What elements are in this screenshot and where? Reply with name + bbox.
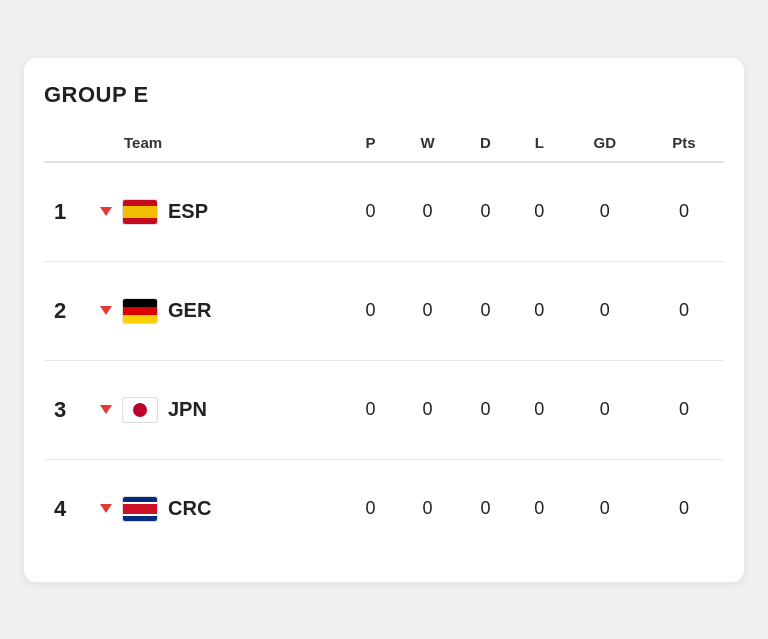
pts-cell: 0 <box>644 261 724 360</box>
l-cell: 0 <box>513 162 566 262</box>
gd-cell: 0 <box>566 261 644 360</box>
flag-esp <box>122 199 158 225</box>
w-cell: 0 <box>397 459 458 558</box>
w-cell: 0 <box>397 261 458 360</box>
rank-cell: 1 <box>44 162 84 262</box>
trend-down-icon <box>100 207 112 216</box>
rank-cell: 4 <box>44 459 84 558</box>
rank-header <box>44 124 84 162</box>
team-info: ESP <box>92 181 336 243</box>
d-cell: 0 <box>458 459 513 558</box>
table-row: 1 ESP 0 0 0 0 0 0 <box>44 162 724 262</box>
l-cell: 0 <box>513 360 566 459</box>
gd-cell: 0 <box>566 360 644 459</box>
p-cell: 0 <box>344 459 397 558</box>
team-cell-td[interactable]: CRC <box>84 459 344 558</box>
pts-cell: 0 <box>644 459 724 558</box>
trend-down-icon <box>100 306 112 315</box>
team-name: ESP <box>168 200 208 223</box>
flag-ger <box>122 298 158 324</box>
table-row: 2 GER 0 0 0 0 0 0 <box>44 261 724 360</box>
team-info: GER <box>92 280 336 342</box>
team-cell-td[interactable]: ESP <box>84 162 344 262</box>
standings-card: GROUP E Team P W D L GD Pts 1 ESP <box>24 58 744 582</box>
gd-cell: 0 <box>566 459 644 558</box>
w-cell: 0 <box>397 360 458 459</box>
gd-cell: 0 <box>566 162 644 262</box>
w-cell: 0 <box>397 162 458 262</box>
team-info: JPN <box>92 379 336 441</box>
l-cell: 0 <box>513 459 566 558</box>
p-cell: 0 <box>344 162 397 262</box>
rank-cell: 3 <box>44 360 84 459</box>
d-cell: 0 <box>458 261 513 360</box>
d-cell: 0 <box>458 162 513 262</box>
group-title: GROUP E <box>44 82 724 108</box>
l-header: L <box>513 124 566 162</box>
pts-cell: 0 <box>644 162 724 262</box>
team-cell-td[interactable]: JPN <box>84 360 344 459</box>
d-cell: 0 <box>458 360 513 459</box>
p-header: P <box>344 124 397 162</box>
p-cell: 0 <box>344 360 397 459</box>
team-cell-td[interactable]: GER <box>84 261 344 360</box>
w-header: W <box>397 124 458 162</box>
p-cell: 0 <box>344 261 397 360</box>
table-row: 4 CRC 0 0 0 0 0 0 <box>44 459 724 558</box>
team-name: GER <box>168 299 211 322</box>
flag-jpn <box>122 397 158 423</box>
d-header: D <box>458 124 513 162</box>
team-info: CRC <box>92 478 336 540</box>
pts-header: Pts <box>644 124 724 162</box>
trend-down-icon <box>100 405 112 414</box>
standings-table: Team P W D L GD Pts 1 ESP 0 0 0 0 <box>44 124 724 558</box>
flag-crc <box>122 496 158 522</box>
table-row: 3 JPN 0 0 0 0 0 0 <box>44 360 724 459</box>
table-header-row: Team P W D L GD Pts <box>44 124 724 162</box>
team-name: CRC <box>168 497 211 520</box>
l-cell: 0 <box>513 261 566 360</box>
gd-header: GD <box>566 124 644 162</box>
pts-cell: 0 <box>644 360 724 459</box>
team-header: Team <box>84 124 344 162</box>
team-name: JPN <box>168 398 207 421</box>
rank-cell: 2 <box>44 261 84 360</box>
trend-down-icon <box>100 504 112 513</box>
